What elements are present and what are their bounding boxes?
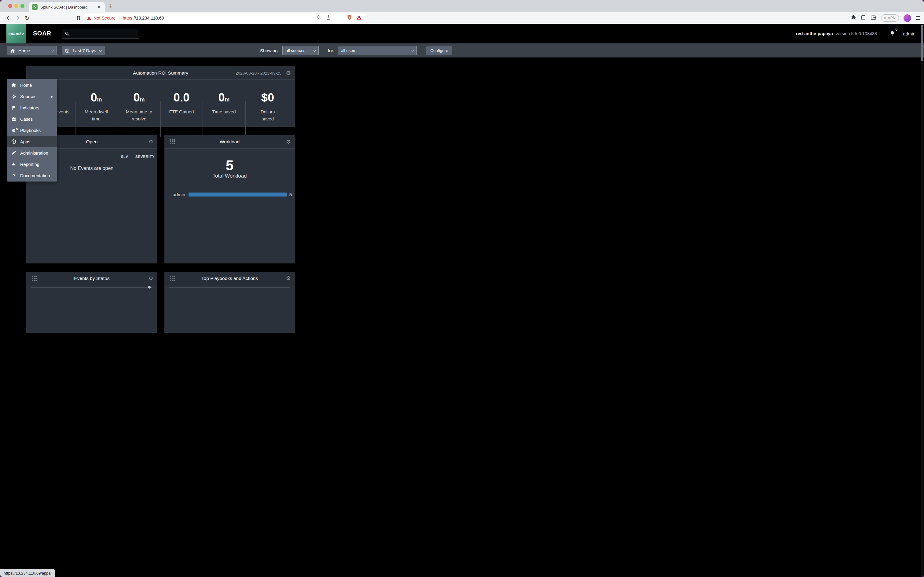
- gear-icon[interactable]: ⚙: [286, 139, 291, 145]
- roi-summary-panel: Automation ROI Summary 2023-03-20 - 2023…: [26, 66, 295, 127]
- url-field[interactable]: Not Secure https ://13.234.110.69: [83, 13, 365, 23]
- home-icon: [11, 83, 16, 87]
- chevron-down-icon: [313, 48, 316, 52]
- configure-button[interactable]: Configure: [426, 46, 452, 55]
- stat-mean-resolve: 0m Mean time toresolve: [126, 91, 153, 122]
- top-playbooks-panel: Top Playbooks and Actions ⚙: [164, 272, 295, 288]
- question-icon: ?: [11, 173, 16, 178]
- tab-title: Splunk SOAR | Dashboard: [40, 5, 96, 10]
- menu-item-documentation[interactable]: ? Documentation: [7, 170, 57, 181]
- events-by-status-panel: Events by Status ⚙: [26, 272, 157, 288]
- address-bar: ↻ Not Secure https ://13.234.110.69: [0, 12, 462, 24]
- date-range-button[interactable]: Last 7 Days: [62, 46, 105, 55]
- menu-item-playbooks[interactable]: ⚙⚙ Playbooks: [7, 125, 57, 136]
- url-divider: [119, 16, 119, 21]
- home-icon: [10, 48, 15, 53]
- bat-rewards-icon[interactable]: [356, 15, 362, 21]
- nav-dropdown-button[interactable]: Home: [7, 46, 57, 55]
- flag-icon: [11, 105, 16, 110]
- not-secure-label: Not Secure: [93, 16, 116, 21]
- menu-item-label: Reporting: [20, 162, 39, 167]
- workload-bar[interactable]: [188, 193, 287, 197]
- back-icon[interactable]: [5, 15, 11, 21]
- total-workload-label: Total Workload: [164, 173, 295, 179]
- submenu-arrow-icon: ▸: [52, 94, 53, 99]
- chevron-down-icon: [52, 48, 55, 52]
- dashboard-toolbar: Home Last 7 Days Showing all sources for…: [0, 44, 462, 58]
- menu-item-label: Home: [20, 83, 32, 88]
- column-header-severity[interactable]: SEVERITY: [135, 155, 155, 159]
- menu-item-cases[interactable]: Cases: [7, 113, 57, 125]
- brave-shield-icon[interactable]: [347, 15, 352, 22]
- global-search-input[interactable]: [62, 29, 139, 39]
- menu-item-label: Documentation: [20, 173, 50, 178]
- share-icon[interactable]: [326, 15, 331, 21]
- menu-item-label: Playbooks: [20, 128, 41, 133]
- warning-triangle-icon: [87, 16, 91, 20]
- workload-panel: Workload ⚙ 5 Total Workload admin 5: [164, 135, 295, 263]
- browser-window: > Splunk SOAR | Dashboard ✕ + ↻ Not Secu…: [0, 0, 462, 288]
- bar-chart-icon: [11, 162, 16, 166]
- forward-icon[interactable]: [14, 15, 21, 21]
- minimize-window-button[interactable]: [14, 4, 18, 8]
- browser-tab[interactable]: > Splunk SOAR | Dashboard ✕: [29, 2, 105, 12]
- menu-item-reporting[interactable]: Reporting: [7, 159, 57, 170]
- close-window-button[interactable]: [8, 4, 12, 8]
- nav-current-label: Home: [18, 48, 30, 53]
- pencil-icon: [11, 151, 16, 155]
- splunk-logo[interactable]: splunk>: [6, 24, 26, 44]
- bar-value-label: 5: [289, 192, 292, 197]
- stat-fte-gained: 0.0 FTE Gained: [169, 91, 194, 115]
- events-stat-label: events: [56, 109, 69, 114]
- menu-item-administration[interactable]: Administration: [7, 147, 57, 159]
- menu-item-label: Apps: [20, 139, 30, 144]
- menu-item-apps[interactable]: Apps: [7, 136, 57, 147]
- menu-item-label: Cases: [20, 117, 33, 122]
- home-dropdown-menu: Home Sources ▸ Indicators Cases ⚙⚙ Playb…: [7, 79, 57, 182]
- menu-item-label: Sources: [20, 94, 36, 99]
- date-range-label: Last 7 Days: [73, 48, 96, 53]
- gear-icon[interactable]: ⚙: [286, 70, 291, 76]
- sources-value: all sources: [286, 48, 306, 53]
- menu-item-home[interactable]: Home: [7, 79, 57, 91]
- stat-dollars-saved: $0 Dollars saved: [254, 91, 282, 122]
- showing-label: Showing: [260, 48, 278, 53]
- panel-title: Top Playbooks and Actions: [164, 276, 295, 281]
- menu-item-sources[interactable]: Sources ▸: [7, 91, 57, 102]
- menu-item-indicators[interactable]: Indicators: [7, 102, 57, 113]
- column-header-sla[interactable]: SLA: [121, 155, 129, 159]
- search-icon: [65, 31, 70, 36]
- url-text: ://13.234.110.69: [132, 16, 164, 21]
- tab-strip: > Splunk SOAR | Dashboard ✕ +: [0, 0, 462, 12]
- briefcase-icon: [11, 117, 16, 121]
- splunk-favicon-icon: >: [32, 4, 38, 10]
- close-tab-icon[interactable]: ✕: [96, 4, 102, 10]
- new-tab-button[interactable]: +: [109, 2, 113, 10]
- users-select[interactable]: all users: [338, 46, 417, 55]
- stat-time-saved: 0m Time saved: [212, 91, 236, 115]
- sources-select[interactable]: all sources: [282, 46, 319, 55]
- zoom-window-button[interactable]: [21, 4, 24, 8]
- gear-icon[interactable]: ⚙: [286, 276, 291, 282]
- gear-icon[interactable]: ⚙: [148, 276, 153, 282]
- panel-title: Events by Status: [26, 276, 157, 281]
- reload-icon[interactable]: ↻: [24, 15, 31, 21]
- icons-divider: [339, 16, 339, 21]
- chevron-down-icon: [411, 48, 414, 52]
- menu-item-label: Administration: [20, 151, 48, 156]
- total-workload-value: 5: [164, 157, 295, 174]
- panel-scrollbar[interactable]: [31, 287, 153, 288]
- users-value: all users: [341, 48, 356, 53]
- menu-item-label: Indicators: [20, 105, 39, 110]
- app-header: splunk> SOAR red-anthe-papaya version 5.…: [0, 24, 462, 44]
- zoom-out-icon[interactable]: [316, 15, 322, 21]
- gears-icon: ⚙⚙: [11, 128, 16, 133]
- stat-mean-dwell: 0m Mean dwelltime: [85, 91, 108, 122]
- roi-date-range: 2023-03-20 - 2023-03-25: [236, 71, 282, 76]
- panel-title: Workload: [164, 139, 295, 145]
- for-label: for: [328, 48, 333, 53]
- cube-icon: [11, 139, 16, 144]
- bookmark-icon[interactable]: [75, 15, 82, 21]
- gear-icon[interactable]: ⚙: [148, 139, 153, 145]
- url-scheme: https: [123, 16, 132, 21]
